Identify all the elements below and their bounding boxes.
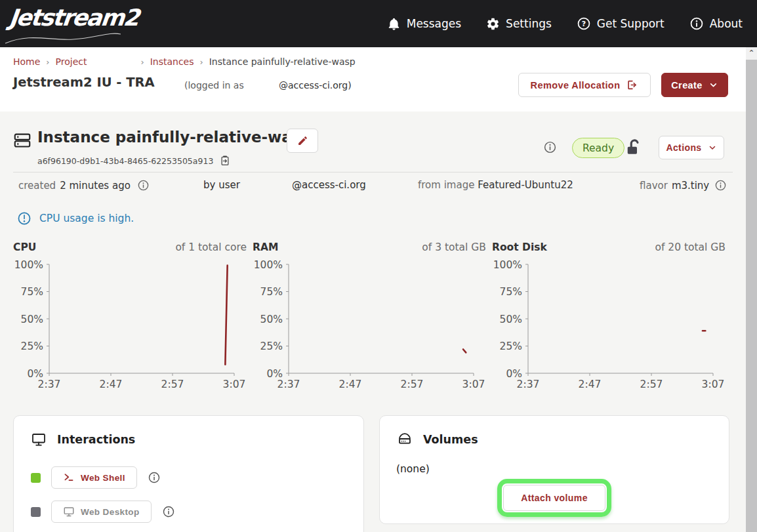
breadcrumb-instances[interactable]: Instances <box>150 56 194 67</box>
instance-details-section: Instance painfully-relative-wasp a6f9619… <box>0 112 746 532</box>
cpu-chart-plot: 100%75%50%25%0%2:372:472:573:07 <box>13 257 247 394</box>
svg-text:2:57: 2:57 <box>640 379 663 390</box>
disk-chart-plot: 100%75%50%25%0%2:372:472:573:07 <box>492 257 726 394</box>
attach-volume-label: Attach volume <box>521 493 588 503</box>
instance-page-title: Instance painfully-relative-wasp <box>37 129 312 146</box>
svg-text:2:47: 2:47 <box>339 379 362 390</box>
remove-allocation-button[interactable]: Remove Allocation <box>518 73 651 97</box>
actions-label: Actions <box>666 142 701 153</box>
svg-text:2:47: 2:47 <box>100 379 123 390</box>
web-shell-row: Web Shell <box>31 466 161 489</box>
interactions-card: Interactions Web Shell Web Desktop <box>13 415 364 532</box>
flavor-value: m3.tiny <box>672 180 709 192</box>
flavor-label: flavor <box>640 180 668 192</box>
image-meta: from image Featured-Ubuntu22 <box>418 179 573 191</box>
svg-text:2:57: 2:57 <box>401 379 424 390</box>
web-desktop-button[interactable]: Web Desktop <box>51 501 152 523</box>
web-desktop-row: Web Desktop <box>31 501 175 523</box>
ram-usage-chart: RAM of 3 total GB 100%75%50%25%0%2:372:4… <box>253 241 486 394</box>
exit-icon <box>626 79 638 91</box>
nav-messages[interactable]: Messages <box>387 17 461 31</box>
svg-text:2:37: 2:37 <box>517 379 540 390</box>
copy-uuid-icon[interactable] <box>219 155 231 167</box>
breadcrumb-home[interactable]: Home <box>13 56 40 67</box>
svg-text:25%: 25% <box>21 340 43 352</box>
flavor-info-icon[interactable] <box>714 179 727 192</box>
nav-about-label: About <box>710 17 743 30</box>
web-desktop-status-dot <box>31 507 41 517</box>
nav-get-support-label: Get Support <box>597 17 665 30</box>
created-label: created <box>18 180 56 192</box>
svg-text:2:37: 2:37 <box>38 379 61 390</box>
svg-text:0%: 0% <box>27 368 43 380</box>
cpu-chart-title: CPU <box>13 241 36 253</box>
create-button[interactable]: Create <box>661 73 728 97</box>
bell-icon <box>387 17 401 31</box>
cpu-usage-chart: CPU of 1 total core 100%75%50%25%0%2:372… <box>13 241 247 394</box>
ram-chart-capacity: of 3 total GB <box>422 241 486 253</box>
allocation-title: Jetstream2 IU - TRA <box>13 75 155 90</box>
breadcrumb-project[interactable]: Project <box>56 56 87 67</box>
svg-text:75%: 75% <box>500 286 522 298</box>
svg-text:2:37: 2:37 <box>277 379 300 390</box>
svg-text:3:07: 3:07 <box>223 379 246 390</box>
image-label: from image <box>418 179 474 191</box>
unlocked-padlock-icon <box>624 138 644 157</box>
remove-allocation-label: Remove Allocation <box>531 80 621 91</box>
edit-instance-name-button[interactable] <box>287 129 318 153</box>
image-value: Featured-Ubuntu22 <box>478 179 573 191</box>
web-desktop-label: Web Desktop <box>81 507 140 517</box>
vertical-scrollbar[interactable]: ⌃ <box>746 47 757 532</box>
ram-chart-title: RAM <box>253 241 278 253</box>
scrollbar-up-arrow-icon[interactable]: ⌃ <box>747 49 756 58</box>
jetstream2-logo[interactable]: Jetstream2 <box>9 4 134 43</box>
breadcrumb-current-instance: Instance painfully-relative-wasp <box>209 56 356 67</box>
info-circle-icon <box>689 16 704 31</box>
top-nav-links: Messages Settings ? Get Support About <box>387 16 743 31</box>
breadcrumb-separator: › <box>200 57 203 67</box>
svg-text:50%: 50% <box>260 314 283 325</box>
svg-text:0%: 0% <box>506 368 522 380</box>
disk-drive-icon <box>397 432 413 447</box>
nav-settings[interactable]: Settings <box>486 17 552 31</box>
svg-text:75%: 75% <box>21 286 43 298</box>
disk-chart-capacity: of 20 total GB <box>655 241 726 253</box>
nav-get-support[interactable]: ? Get Support <box>577 16 665 31</box>
svg-text:50%: 50% <box>21 314 43 325</box>
status-badge-label: Ready <box>583 142 614 154</box>
help-circle-icon: ? <box>577 16 591 31</box>
monitor-icon <box>63 506 75 518</box>
instance-info-icon[interactable] <box>543 140 557 154</box>
web-shell-label: Web Shell <box>81 473 125 483</box>
pencil-icon <box>297 135 308 146</box>
svg-text:25%: 25% <box>500 340 522 352</box>
cpu-alert: CPU usage is high. <box>17 211 134 226</box>
logged-in-user: @access-ci.org) <box>279 80 352 91</box>
volumes-title: Volumes <box>423 433 478 446</box>
svg-text:3:07: 3:07 <box>462 379 485 390</box>
created-info-icon[interactable] <box>137 179 150 192</box>
attach-volume-button[interactable]: Attach volume <box>503 485 605 511</box>
created-meta: created 2 minutes ago <box>18 179 150 192</box>
top-navigation-bar: Jetstream2 Messages Settings ? Get Suppo… <box>0 0 757 47</box>
nav-about[interactable]: About <box>689 16 743 31</box>
interactions-title: Interactions <box>57 433 135 446</box>
svg-text:?: ? <box>582 20 586 28</box>
disk-chart-title: Root Disk <box>492 241 547 253</box>
chevron-down-icon <box>708 80 718 90</box>
web-shell-button[interactable]: Web Shell <box>51 466 137 489</box>
logged-in-as-label: (logged in as <box>184 80 244 91</box>
svg-text:75%: 75% <box>260 286 283 298</box>
svg-text:100%: 100% <box>254 259 283 271</box>
web-desktop-info-icon[interactable] <box>162 505 175 518</box>
actions-dropdown-button[interactable]: Actions <box>659 136 724 159</box>
server-icon <box>12 130 32 151</box>
scrollbar-thumb[interactable] <box>746 60 757 532</box>
svg-text:3:07: 3:07 <box>702 379 725 390</box>
created-value: 2 minutes ago <box>60 180 131 192</box>
svg-text:0%: 0% <box>266 368 283 380</box>
instance-uuid: a6f96190-d9b1-43b4-8465-62253505a913 <box>37 156 213 166</box>
by-user-value: @access-ci.org <box>292 179 366 191</box>
svg-text:2:47: 2:47 <box>579 379 602 390</box>
web-shell-info-icon[interactable] <box>148 471 161 484</box>
